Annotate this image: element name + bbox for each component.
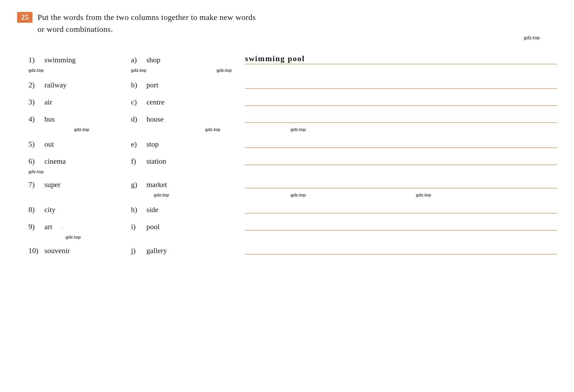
watermark-row8-mid: gdz.top xyxy=(154,192,169,197)
exercise-row-8: gdz.top gdz.top gdz.top 8) city h) side xyxy=(17,191,557,216)
item-number-5: 5) xyxy=(28,140,40,149)
header-row: 25 Put the words from the two columns to… xyxy=(17,11,557,35)
item-number-7: 7) xyxy=(28,180,40,189)
answer-line-7 xyxy=(245,179,557,188)
answer-filled-1: swimming pool xyxy=(245,54,557,64)
item-right-word-6: station xyxy=(146,157,166,166)
watermark-row10: gdz.top xyxy=(66,235,81,239)
item-number-10: 10) xyxy=(28,247,40,255)
item-number-1: 1) xyxy=(28,56,40,64)
exercise-row-3: 3) air c) centre xyxy=(17,92,557,109)
item-right-word-7: market xyxy=(146,180,167,189)
watermark-row2-mid: gdz.top xyxy=(131,68,146,73)
item-word-8: city xyxy=(44,206,56,214)
item-letter-8: h) xyxy=(131,206,142,214)
watermark-row2-left: gdz.top xyxy=(28,68,44,73)
item-word-6: cinema xyxy=(44,157,66,166)
answer-line-6 xyxy=(245,156,557,165)
item-right-word-1: shop xyxy=(146,56,160,64)
answer-line-2 xyxy=(245,80,557,89)
item-number-3: 3) xyxy=(28,98,40,106)
instruction-line1: Put the words from the two columns toget… xyxy=(38,11,256,23)
item-word-5: out xyxy=(44,140,54,149)
item-number-8: 8) xyxy=(28,206,40,214)
item-word-3: air xyxy=(44,98,52,106)
watermark-header: gdz.top xyxy=(524,35,540,40)
watermark-row7: gdz.top xyxy=(28,169,44,174)
item-word-7: super xyxy=(44,180,60,189)
item-right-word-2: port xyxy=(146,81,158,89)
answer-line-8 xyxy=(245,204,557,214)
watermark-row8-right2: gdz.top xyxy=(416,192,431,197)
item-right-word-9: pool xyxy=(146,223,160,231)
exercise-area: 1) swimming a) shop swimming pool gdz.to… xyxy=(17,49,557,257)
item-right-word-3: centre xyxy=(146,98,165,106)
answer-line-9 xyxy=(245,221,557,231)
watermark-row5-mid: gdz.top xyxy=(205,127,220,132)
item-right-word-4: house xyxy=(146,115,164,124)
item-letter-7: g) xyxy=(131,180,142,189)
answer-line-10 xyxy=(245,245,557,255)
item-word-9: art xyxy=(44,223,52,231)
instruction-line2: or word combinations. xyxy=(38,23,256,35)
exercise-row-10: gdz.top 10) souvenir j) gallery xyxy=(17,233,557,257)
item-letter-6: f) xyxy=(131,157,142,166)
item-number-9: 9) xyxy=(28,223,40,231)
item-letter-10: j) xyxy=(131,247,142,255)
answer-line-4 xyxy=(245,114,557,123)
item-word-1: swimming xyxy=(44,56,76,64)
item-word-4: bus xyxy=(44,115,55,124)
exercise-row-7: gdz.top 7) super g) market xyxy=(17,168,557,191)
item-letter-5: e) xyxy=(131,140,142,149)
watermark-row8-right: gdz.top xyxy=(291,192,306,197)
answer-line-3 xyxy=(245,97,557,106)
answer-line-5 xyxy=(245,139,557,148)
exercise-row-6: 6) cinema f) station xyxy=(17,151,557,168)
item-letter-1: a) xyxy=(131,56,142,64)
item-right-word-5: stop xyxy=(146,140,159,149)
item-letter-9: i) xyxy=(131,223,142,231)
item-word-10: souvenir xyxy=(44,247,70,255)
exercise-row-4: 4) bus d) house xyxy=(17,109,557,126)
item-letter-4: d) xyxy=(131,115,142,124)
exercise-row-9: 9) art . i) pool xyxy=(17,216,557,233)
watermark-row2-mid2: gdz.top xyxy=(216,68,232,73)
watermark-row5-left: gdz.top xyxy=(74,127,89,132)
item-number-2: 2) xyxy=(28,81,40,89)
item-right-word-10: gallery xyxy=(146,247,167,255)
item-word-2: railway xyxy=(44,81,67,89)
exercise-row-1: 1) swimming a) shop swimming pool xyxy=(17,49,557,67)
item-letter-3: c) xyxy=(131,98,142,106)
watermark-row5-right: gdz.top xyxy=(291,127,306,132)
item-number-6: 6) xyxy=(28,157,40,166)
instruction: Put the words from the two columns toget… xyxy=(38,11,256,35)
exercise-row-2: gdz.top gdz.top gdz.top 2) railway b) po… xyxy=(17,67,557,92)
item-number-4: 4) xyxy=(28,115,40,124)
item-right-word-8: side xyxy=(146,206,158,214)
exercise-row-5: gdz.top gdz.top gdz.top 5) out e) stop xyxy=(17,126,557,151)
item-letter-2: b) xyxy=(131,81,142,89)
exercise-badge: 25 xyxy=(17,12,32,23)
